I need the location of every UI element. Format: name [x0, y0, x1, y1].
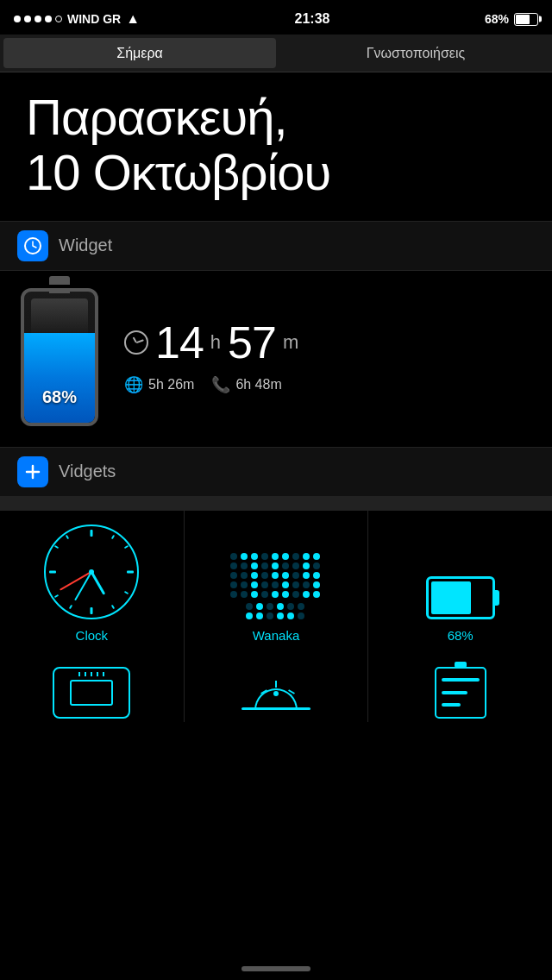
- widget-icon: [17, 230, 48, 261]
- tab-today[interactable]: Σήμερα: [3, 38, 276, 68]
- home-indicator[interactable]: [242, 966, 310, 971]
- signal-dot-3: [34, 16, 41, 22]
- tick-8: [54, 594, 59, 598]
- tick-4: [124, 591, 129, 594]
- bar-1: [442, 678, 480, 682]
- wanaka-matrix: [230, 553, 321, 598]
- date-line1: Παρασκευή,: [26, 89, 287, 145]
- signal-dots: [14, 16, 62, 22]
- signal-dot-4: [45, 16, 52, 22]
- tab-bar: Σήμερα Γνωστοποιήσεις: [0, 35, 552, 72]
- usage-row: 🌐 5h 26m 📞 6h 48m: [124, 375, 531, 394]
- battery-percent-big: 68%: [24, 387, 95, 407]
- internet-usage: 🌐 5h 26m: [124, 375, 194, 394]
- signal-dot-5: [55, 16, 62, 22]
- phone-usage: 📞 6h 48m: [211, 375, 281, 394]
- clock-widget[interactable]: Clock: [0, 511, 184, 653]
- date-line2: 10 Οκτωβρίου: [26, 144, 330, 200]
- tick-1: [111, 534, 115, 538]
- globe-icon: 🌐: [124, 375, 143, 394]
- vidgets-section-header: Vidgets: [0, 448, 552, 497]
- battery-percent: 68%: [485, 12, 509, 26]
- clock-hand-minute: [136, 339, 144, 342]
- battery-percent-label: 68%: [448, 628, 474, 643]
- mini-battery-fill: [431, 581, 471, 614]
- vidgets-icon: [17, 456, 48, 487]
- carrier-label: WIND GR: [67, 12, 121, 26]
- battery-widget: 68% 14 h 57 m 🌐 5h 26m 📞 6h 48m: [0, 271, 552, 448]
- tick-9: [49, 570, 56, 573]
- inner-rect: [70, 680, 113, 706]
- clock-center-dot: [89, 569, 94, 575]
- status-right: 68%: [485, 12, 538, 26]
- mini-battery-icon: [426, 576, 495, 619]
- status-time: 21:38: [295, 11, 330, 27]
- clock-icon-small: [124, 330, 148, 355]
- tick-7: [69, 604, 72, 608]
- partial-ticks: [78, 672, 104, 676]
- wifi-icon: ▲: [126, 11, 140, 27]
- wanaka-widget[interactable]: Wanaka: [185, 511, 368, 653]
- tick-5: [111, 604, 115, 608]
- widget-partial-2[interactable]: [185, 653, 368, 722]
- battery-reflection: [31, 298, 88, 338]
- minutes-remaining: 57: [228, 320, 276, 365]
- clock-face: [44, 525, 139, 619]
- wanaka-ampm-dots: [246, 603, 305, 619]
- clock-widget-label: Clock: [76, 628, 109, 643]
- battery-info: 14 h 57 m 🌐 5h 26m 📞 6h 48m: [124, 320, 531, 394]
- bar-2: [442, 691, 468, 694]
- widget-partial-3[interactable]: [368, 653, 552, 722]
- tick-11: [66, 534, 69, 538]
- widget-section-label: Widget: [59, 236, 112, 255]
- wanaka-widget-label: Wanaka: [253, 628, 299, 643]
- partial-frame-3: [435, 667, 486, 719]
- internet-usage-value: 5h 26m: [148, 377, 194, 393]
- minute-unit: m: [283, 331, 298, 354]
- battery-outer: 68%: [21, 288, 98, 426]
- battery-fill: [516, 15, 530, 24]
- big-battery: 68%: [21, 288, 98, 426]
- date-section: Παρασκευή, 10 Οκτωβρίου: [0, 72, 552, 222]
- battery-percent-widget[interactable]: 68%: [368, 511, 552, 653]
- sun-circle: [273, 691, 279, 696]
- wanaka-dot-display: [230, 553, 321, 619]
- status-left: WIND GR ▲: [14, 11, 140, 27]
- ray-top: [275, 681, 277, 688]
- widget-grid: Clock: [0, 497, 552, 653]
- tick-6: [91, 607, 93, 614]
- wanaka-display: [230, 553, 321, 619]
- tick-3: [127, 570, 134, 573]
- bottom-widget-row: [0, 653, 552, 722]
- partial-frame-1: [53, 667, 130, 719]
- phone-icon: 📞: [211, 375, 230, 394]
- tab-notifications[interactable]: Γνωστοποιήσεις: [279, 35, 552, 72]
- tick-10: [54, 545, 59, 549]
- widget-section-header: Widget: [0, 222, 552, 271]
- date-text: Παρασκευή, 10 Οκτωβρίου: [26, 90, 526, 200]
- mini-battery-display: [426, 576, 495, 619]
- tick-12: [91, 530, 93, 537]
- vidgets-section-label: Vidgets: [59, 462, 116, 481]
- bar-3: [442, 703, 461, 707]
- signal-dot-2: [24, 16, 31, 22]
- battery-fill-blue: [24, 333, 95, 422]
- hour-unit: h: [210, 331, 221, 354]
- signal-dot-1: [14, 16, 21, 22]
- phone-usage-value: 6h 48m: [235, 377, 281, 393]
- top-cap: [455, 662, 467, 668]
- widget-partial-1[interactable]: [0, 653, 184, 722]
- battery-cap: [49, 276, 70, 285]
- sunrise-widget: [237, 667, 315, 719]
- status-bar: WIND GR ▲ 21:38 68%: [0, 0, 552, 35]
- battery-icon: [514, 13, 538, 26]
- tick-2: [124, 545, 129, 549]
- hours-remaining: 14: [155, 320, 204, 365]
- time-remaining: 14 h 57 m: [124, 320, 531, 365]
